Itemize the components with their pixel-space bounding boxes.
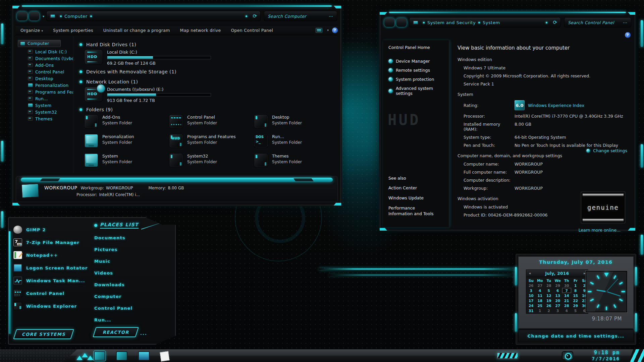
tree-item-desktop[interactable]: Desktop: [18, 75, 73, 82]
refresh-icon[interactable]: ⟳: [553, 19, 557, 25]
calendar-day[interactable]: 5: [571, 308, 580, 313]
views-icon[interactable]: [316, 28, 322, 33]
local-disk-item[interactable]: HDD Local Disk (C:) 69.2 GB free of 124 …: [84, 49, 338, 66]
taskbar-app-folder[interactable]: [116, 351, 127, 361]
calendar-day[interactable]: 18: [536, 298, 545, 303]
place-item-run[interactable]: Run...: [94, 314, 166, 326]
program-item-gimp[interactable]: GIMP 2: [13, 223, 89, 236]
place-item-computer[interactable]: Computer: [94, 291, 166, 302]
taskbar-start-zone[interactable]: [0, 349, 77, 362]
tree-item-computer[interactable]: Computer: [18, 40, 61, 47]
folder-item-add-ons[interactable]: Add-OnsSystem Folder: [84, 114, 169, 128]
tree-item-documents[interactable]: Documents (\\vbo:: [18, 55, 73, 62]
breadcrumb-system[interactable]: System: [483, 20, 500, 25]
calendar-day[interactable]: 20: [553, 298, 562, 303]
tree-item-local-disk[interactable]: Local Disk (C:): [18, 48, 73, 55]
calendar-day[interactable]: 3: [553, 308, 562, 313]
calendar-day[interactable]: 29: [553, 283, 562, 288]
sidebar-item-device-manager[interactable]: Device Manager: [388, 59, 449, 64]
calendar-day[interactable]: 15: [571, 293, 580, 298]
search-options-icon[interactable]: ⋯: [329, 14, 333, 19]
sidebar-item-control-panel-home[interactable]: Control Panel Home: [388, 45, 449, 50]
calendar-day[interactable]: 19: [544, 298, 553, 303]
folder-item-control-panel[interactable]: Control PanelSystem Folder: [169, 114, 254, 128]
help-icon[interactable]: ?: [332, 27, 338, 33]
refresh-icon[interactable]: ⟳: [253, 13, 257, 19]
forward-button[interactable]: [29, 11, 40, 21]
place-item-control-panel[interactable]: Control Panel: [94, 302, 166, 314]
calendar-day[interactable]: 26: [527, 283, 536, 288]
place-item-downloads[interactable]: Downloads: [94, 279, 166, 291]
nav-history-dropdown-icon[interactable]: ▾: [43, 14, 44, 18]
program-item-windows-explorer[interactable]: Windows Explorer: [13, 300, 89, 312]
calendar-prev-icon[interactable]: «: [526, 271, 534, 276]
calendar-day[interactable]: 1: [536, 308, 545, 313]
calendar-day[interactable]: 17: [527, 298, 536, 303]
sidebar-item-action-center[interactable]: Action Center: [388, 185, 439, 191]
program-item-logon-screen-rotator[interactable]: Logon Screen Rotator: [13, 261, 89, 274]
breadcrumb-computer[interactable]: Computer: [64, 14, 88, 19]
tree-item-control-panel[interactable]: Control Panel: [18, 68, 73, 75]
calendar-day[interactable]: 21: [562, 298, 571, 303]
folder-item-programs-and-features[interactable]: HUDPrograms and FeaturesSystem Folder: [169, 134, 254, 148]
calendar-day[interactable]: 22: [571, 298, 580, 303]
reactor-button[interactable]: REACTOR: [93, 327, 139, 337]
network-drive-item[interactable]: HDD Documents (\\vboxsrv) (E:) 913 GB fr…: [84, 86, 338, 103]
folder-item-run[interactable]: DOS>_Run...System Folder: [254, 134, 338, 148]
calendar-day[interactable]: 24: [527, 303, 536, 308]
program-item-task-manager[interactable]: Windows Task Man...: [13, 274, 89, 287]
address-bar[interactable]: System and Security System ⟳: [409, 17, 561, 27]
tray-stripe-indicator[interactable]: [497, 352, 518, 359]
folder-item-personalization[interactable]: PersonalizationSystem Folder: [84, 134, 169, 148]
calendar-day[interactable]: 8: [571, 288, 580, 293]
folder-item-themes[interactable]: ThemesSystem Folder: [254, 153, 338, 167]
reactor-more-icon[interactable]: ...: [140, 331, 147, 336]
organize-button[interactable]: Organize▾: [20, 28, 43, 33]
sidebar-item-system-protection[interactable]: System protection: [388, 77, 449, 82]
core-systems-button[interactable]: CORE SYSTEMS: [13, 329, 74, 339]
search-options-icon[interactable]: ⋯: [623, 20, 628, 25]
folder-item-system[interactable]: SystemSystem Folder: [84, 153, 169, 167]
forward-button[interactable]: [396, 17, 407, 27]
tree-item-run[interactable]: Run...: [18, 95, 73, 102]
tree-item-programs-and-features[interactable]: Programs and Feat: [18, 88, 73, 95]
taskbar-app-system[interactable]: [138, 351, 150, 361]
calendar-day[interactable]: 4: [536, 288, 545, 293]
place-item-music[interactable]: Music: [94, 255, 166, 267]
system-properties-button[interactable]: System properties: [53, 28, 93, 33]
section-folders[interactable]: Folders (9): [79, 107, 338, 112]
calendar-day[interactable]: 27: [553, 303, 562, 308]
change-date-time-button[interactable]: Change date and time settings...: [518, 329, 634, 342]
folder-item-system32[interactable]: System32System Folder: [169, 153, 254, 167]
tree-item-system[interactable]: System: [18, 102, 73, 109]
place-item-documents[interactable]: Documents: [94, 232, 166, 244]
help-icon[interactable]: ?: [625, 32, 631, 38]
breadcrumb-system-and-security[interactable]: System and Security: [427, 20, 476, 25]
calendar-day[interactable]: 11: [536, 293, 545, 298]
calendar-day[interactable]: 1: [571, 283, 580, 288]
views-caret-icon[interactable]: ▾: [327, 28, 329, 32]
address-bar[interactable]: Computer ⟳: [46, 11, 261, 21]
calendar-day[interactable]: 12: [544, 293, 553, 298]
calendar-day[interactable]: 2: [544, 308, 553, 313]
calendar-day[interactable]: 28: [562, 303, 571, 308]
calendar-day[interactable]: 27: [536, 283, 545, 288]
calendar-day[interactable]: 31: [527, 308, 536, 313]
taskbar-app-explorer[interactable]: [94, 351, 105, 361]
calendar-day[interactable]: 29: [571, 303, 580, 308]
program-item-control-panel[interactable]: Control Panel: [13, 287, 89, 300]
search-input[interactable]: Search Control Panel ⋯: [564, 17, 631, 27]
sidebar-item-advanced-system-settings[interactable]: Advanced system settings: [388, 86, 449, 96]
sidebar-item-remote-settings[interactable]: Remote settings: [388, 68, 449, 73]
change-settings-link[interactable]: Change settings: [586, 148, 627, 153]
program-item-7zip[interactable]: 7ZIP7-Zip File Manager: [13, 236, 89, 249]
tray-emblem-icon[interactable]: [562, 351, 573, 360]
place-item-videos[interactable]: Videos: [94, 267, 166, 279]
calendar-day[interactable]: 4: [562, 308, 571, 313]
learn-more-online-link[interactable]: Learn more online...: [579, 228, 621, 233]
calendar-day[interactable]: 6: [553, 288, 562, 293]
section-hard-disk-drives[interactable]: Hard Disk Drives (1): [79, 42, 338, 47]
tree-item-add-ons[interactable]: Add-Ons: [18, 62, 73, 68]
back-button[interactable]: [384, 17, 395, 27]
taskbar-app-notepad[interactable]: [160, 351, 170, 361]
